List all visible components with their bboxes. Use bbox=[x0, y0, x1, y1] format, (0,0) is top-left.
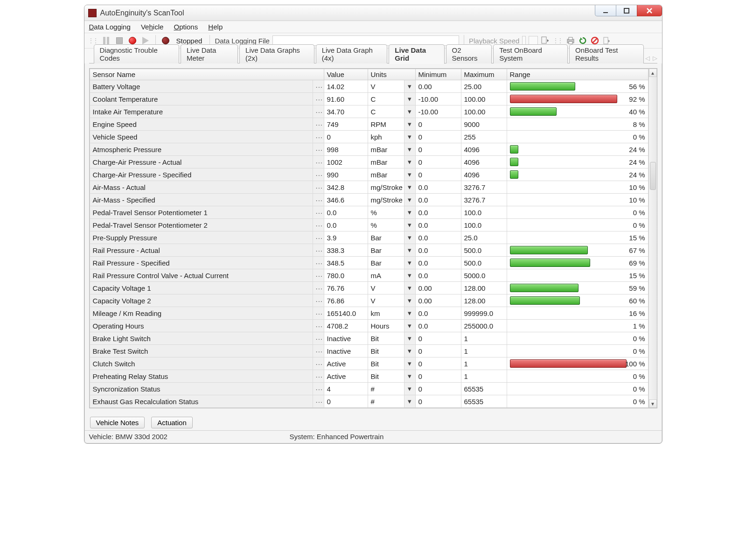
sensor-more-button[interactable]: ··· bbox=[313, 231, 324, 244]
units-dropdown-button[interactable]: ▾ bbox=[404, 80, 415, 93]
app-window: AutoEnginuity's ScanTool Data Logging Ve… bbox=[84, 5, 662, 444]
col-header-range[interactable]: Range bbox=[507, 69, 648, 80]
window-close-button[interactable] bbox=[637, 5, 662, 16]
sensor-more-button[interactable]: ··· bbox=[313, 80, 324, 93]
units-dropdown-button[interactable]: ▾ bbox=[404, 131, 415, 143]
refresh-button[interactable] bbox=[578, 36, 587, 45]
units-dropdown-button[interactable]: ▾ bbox=[404, 194, 415, 206]
tab-test-onboard-system[interactable]: Test OnBoard System bbox=[493, 44, 568, 63]
sensor-more-button[interactable]: ··· bbox=[313, 156, 324, 168]
sensor-more-button[interactable]: ··· bbox=[313, 395, 324, 408]
units-dropdown-button[interactable]: ▾ bbox=[404, 320, 415, 332]
menu-vehicle[interactable]: Vehicle bbox=[141, 23, 163, 31]
tab-bar: Diagnostic Trouble CodesLive Data MeterL… bbox=[84, 49, 662, 63]
units-dropdown-button[interactable]: ▾ bbox=[404, 206, 415, 219]
tab-scroll-right-icon[interactable]: ▷ bbox=[653, 55, 657, 62]
svg-rect-0 bbox=[603, 12, 608, 13]
sensor-more-button[interactable]: ··· bbox=[313, 345, 324, 357]
tab-live-data-grid[interactable]: Live Data Grid bbox=[389, 44, 444, 64]
sensor-more-button[interactable]: ··· bbox=[313, 244, 324, 257]
menu-help[interactable]: Help bbox=[208, 23, 223, 31]
sensor-more-button[interactable]: ··· bbox=[313, 168, 324, 181]
units-dropdown-button[interactable]: ▾ bbox=[404, 231, 415, 244]
sensor-more-button[interactable]: ··· bbox=[313, 194, 324, 206]
sensor-more-button[interactable]: ··· bbox=[313, 219, 324, 231]
units-dropdown-button[interactable]: ▾ bbox=[404, 143, 415, 156]
col-header-minimum[interactable]: Minimum bbox=[415, 69, 461, 80]
print-button[interactable] bbox=[566, 36, 575, 45]
scroll-down-icon[interactable]: ▼ bbox=[649, 399, 657, 408]
tab-live-data-graphs-2x-[interactable]: Live Data Graphs (2x) bbox=[239, 44, 314, 63]
sensor-more-button[interactable]: ··· bbox=[313, 282, 324, 294]
menu-data-logging[interactable]: Data Logging bbox=[89, 23, 131, 31]
vertical-scrollbar[interactable]: ▲ ▼ bbox=[648, 69, 657, 408]
sensor-more-button[interactable]: ··· bbox=[313, 357, 324, 370]
units-dropdown-button[interactable]: ▾ bbox=[404, 105, 415, 118]
toolbar-options-dropdown[interactable] bbox=[541, 36, 550, 45]
units-dropdown-button[interactable]: ▾ bbox=[404, 168, 415, 181]
scroll-thumb[interactable] bbox=[650, 162, 656, 190]
range-bar bbox=[510, 95, 617, 103]
units-dropdown-button[interactable]: ▾ bbox=[404, 395, 415, 408]
units-dropdown-button[interactable]: ▾ bbox=[404, 93, 415, 105]
units-dropdown-button[interactable]: ▾ bbox=[404, 219, 415, 231]
sensor-min-cell: 0.0 bbox=[415, 244, 461, 257]
units-dropdown-button[interactable]: ▾ bbox=[404, 156, 415, 168]
units-dropdown-button[interactable]: ▾ bbox=[404, 383, 415, 395]
range-percent: 24 % bbox=[629, 146, 645, 154]
sensor-more-button[interactable]: ··· bbox=[313, 105, 324, 118]
units-dropdown-button[interactable]: ▾ bbox=[404, 269, 415, 282]
units-dropdown-button[interactable]: ▾ bbox=[404, 294, 415, 307]
vehicle-notes-button[interactable]: Vehicle Notes bbox=[90, 417, 145, 428]
playback-position-slider[interactable] bbox=[529, 36, 538, 45]
units-dropdown-button[interactable]: ▾ bbox=[404, 307, 415, 320]
units-dropdown-button[interactable]: ▾ bbox=[404, 370, 415, 383]
scroll-up-icon[interactable]: ▲ bbox=[649, 69, 657, 77]
sensor-range-cell: 0 % bbox=[507, 219, 648, 231]
window-minimize-button[interactable] bbox=[595, 5, 616, 16]
cancel-button[interactable] bbox=[590, 36, 600, 45]
sensor-more-button[interactable]: ··· bbox=[313, 143, 324, 156]
toolbar-overflow-dropdown[interactable] bbox=[602, 36, 612, 45]
units-dropdown-button[interactable]: ▾ bbox=[404, 282, 415, 294]
sensor-min-cell: 0.0 bbox=[415, 231, 461, 244]
sensor-more-button[interactable]: ··· bbox=[313, 181, 324, 194]
units-dropdown-button[interactable]: ▾ bbox=[404, 244, 415, 257]
col-header-sensor-name[interactable]: Sensor Name bbox=[90, 69, 324, 80]
window-maximize-button[interactable] bbox=[616, 5, 637, 16]
sensor-more-button[interactable]: ··· bbox=[313, 294, 324, 307]
tab-live-data-graph-4x-[interactable]: Live Data Graph (4x) bbox=[316, 44, 388, 63]
sensor-more-button[interactable]: ··· bbox=[313, 118, 324, 131]
col-header-value[interactable]: Value bbox=[324, 69, 368, 80]
sensor-more-button[interactable]: ··· bbox=[313, 307, 324, 320]
grid-row: Air-Mass - Specified···346.6mg/Stroke▾0.… bbox=[90, 194, 648, 206]
tab-live-data-meter[interactable]: Live Data Meter bbox=[181, 44, 238, 63]
menu-options[interactable]: Options bbox=[174, 23, 198, 31]
tab-o2-sensors[interactable]: O2 Sensors bbox=[446, 44, 492, 63]
sensor-more-button[interactable]: ··· bbox=[313, 269, 324, 282]
sensor-value-cell: Inactive bbox=[324, 332, 368, 345]
tab-scroll-left-icon[interactable]: ◁ bbox=[645, 55, 650, 62]
sensor-more-button[interactable]: ··· bbox=[313, 257, 324, 269]
sensor-more-button[interactable]: ··· bbox=[313, 206, 324, 219]
units-dropdown-button[interactable]: ▾ bbox=[404, 257, 415, 269]
toolbar-grip-icon: ⋮⋮ bbox=[88, 37, 98, 44]
units-dropdown-button[interactable]: ▾ bbox=[404, 181, 415, 194]
sensor-more-button[interactable]: ··· bbox=[313, 370, 324, 383]
playback-speed-slider[interactable] bbox=[522, 36, 526, 45]
units-dropdown-button[interactable]: ▾ bbox=[404, 345, 415, 357]
units-dropdown-button[interactable]: ▾ bbox=[404, 118, 415, 131]
sensor-more-button[interactable]: ··· bbox=[313, 131, 324, 143]
actuation-button[interactable]: Actuation bbox=[151, 417, 193, 428]
sensor-more-button[interactable]: ··· bbox=[313, 93, 324, 105]
sensor-more-button[interactable]: ··· bbox=[313, 320, 324, 332]
col-header-maximum[interactable]: Maximum bbox=[461, 69, 507, 80]
units-dropdown-button[interactable]: ▾ bbox=[404, 357, 415, 370]
tab-onboard-test-results[interactable]: OnBoard Test Results bbox=[569, 44, 644, 63]
sensor-value-cell: 0.0 bbox=[324, 206, 368, 219]
sensor-more-button[interactable]: ··· bbox=[313, 383, 324, 395]
col-header-units[interactable]: Units bbox=[368, 69, 415, 80]
sensor-more-button[interactable]: ··· bbox=[313, 332, 324, 345]
units-dropdown-button[interactable]: ▾ bbox=[404, 332, 415, 345]
tab-diagnostic-trouble-codes[interactable]: Diagnostic Trouble Codes bbox=[94, 44, 180, 63]
